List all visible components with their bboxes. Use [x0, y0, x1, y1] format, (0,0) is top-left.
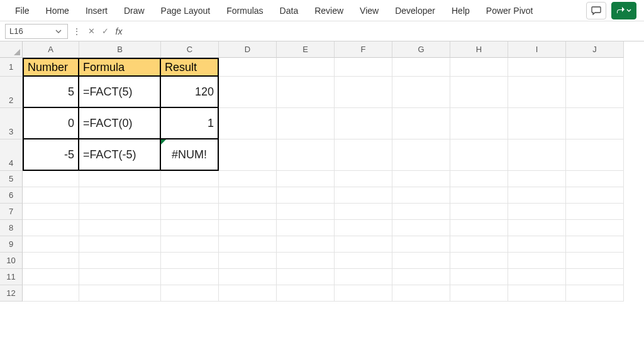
- cell-E11[interactable]: [277, 269, 335, 285]
- cell-H4[interactable]: [450, 139, 508, 171]
- cell-F4[interactable]: [335, 139, 392, 171]
- cell-C12[interactable]: [161, 285, 219, 302]
- cell-F3[interactable]: [335, 108, 392, 139]
- cell-E2[interactable]: [277, 77, 335, 108]
- cell-H1[interactable]: [450, 58, 508, 77]
- cell-H2[interactable]: [450, 77, 508, 108]
- cell-A4[interactable]: -5: [23, 139, 79, 171]
- cell-J4[interactable]: [566, 139, 624, 171]
- cell-D9[interactable]: [219, 236, 277, 253]
- cell-D7[interactable]: [219, 204, 277, 220]
- cell-F6[interactable]: [335, 187, 392, 204]
- cell-G12[interactable]: [392, 285, 450, 302]
- cell-D10[interactable]: [219, 253, 277, 269]
- cell-H10[interactable]: [450, 253, 508, 269]
- cell-J2[interactable]: [566, 77, 624, 108]
- col-header-D[interactable]: D: [219, 41, 277, 58]
- cell-H7[interactable]: [450, 204, 508, 220]
- cell-F11[interactable]: [335, 269, 392, 285]
- cell-F2[interactable]: [335, 77, 392, 108]
- cell-J1[interactable]: [566, 58, 624, 77]
- tab-data[interactable]: Data: [272, 3, 306, 18]
- row-header-7[interactable]: 7: [0, 204, 23, 220]
- cell-C8[interactable]: [161, 220, 219, 236]
- cell-A5[interactable]: [23, 171, 79, 187]
- tab-page-layout[interactable]: Page Layout: [153, 3, 218, 18]
- cell-C11[interactable]: [161, 269, 219, 285]
- cell-E7[interactable]: [277, 204, 335, 220]
- row-header-10[interactable]: 10: [0, 253, 23, 269]
- row-header-1[interactable]: 1: [0, 58, 23, 77]
- cell-J3[interactable]: [566, 108, 624, 139]
- tab-developer[interactable]: Developer: [387, 3, 443, 18]
- cell-J8[interactable]: [566, 220, 624, 236]
- cell-G4[interactable]: [392, 139, 450, 171]
- cell-G7[interactable]: [392, 204, 450, 220]
- cell-E1[interactable]: [277, 58, 335, 77]
- row-header-12[interactable]: 12: [0, 285, 23, 302]
- cell-D4[interactable]: [219, 139, 277, 171]
- cell-B1[interactable]: Formula: [79, 58, 161, 77]
- cell-F5[interactable]: [335, 171, 392, 187]
- row-header-4[interactable]: 4: [0, 139, 23, 171]
- cell-J11[interactable]: [566, 269, 624, 285]
- cell-E12[interactable]: [277, 285, 335, 302]
- row-header-9[interactable]: 9: [0, 236, 23, 253]
- col-header-B[interactable]: B: [79, 41, 161, 58]
- tab-review[interactable]: Review: [307, 3, 351, 18]
- cell-J6[interactable]: [566, 187, 624, 204]
- cell-E5[interactable]: [277, 171, 335, 187]
- cell-B8[interactable]: [79, 220, 161, 236]
- cell-G8[interactable]: [392, 220, 450, 236]
- cell-C6[interactable]: [161, 187, 219, 204]
- cell-F8[interactable]: [335, 220, 392, 236]
- comments-button[interactable]: [586, 2, 606, 19]
- col-header-H[interactable]: H: [450, 41, 508, 58]
- tab-power-pivot[interactable]: Power Pivot: [479, 3, 541, 18]
- cell-G5[interactable]: [392, 171, 450, 187]
- cell-F9[interactable]: [335, 236, 392, 253]
- cell-H9[interactable]: [450, 236, 508, 253]
- cell-I2[interactable]: [508, 77, 566, 108]
- select-all-corner[interactable]: [0, 41, 23, 58]
- cell-C10[interactable]: [161, 253, 219, 269]
- row-header-6[interactable]: 6: [0, 187, 23, 204]
- cell-C2[interactable]: 120: [161, 77, 219, 108]
- tab-home[interactable]: Home: [38, 3, 77, 18]
- cell-J10[interactable]: [566, 253, 624, 269]
- cell-H6[interactable]: [450, 187, 508, 204]
- cell-D3[interactable]: [219, 108, 277, 139]
- cell-G6[interactable]: [392, 187, 450, 204]
- cell-D1[interactable]: [219, 58, 277, 77]
- cell-H12[interactable]: [450, 285, 508, 302]
- col-header-F[interactable]: F: [335, 41, 392, 58]
- row-header-2[interactable]: 2: [0, 77, 23, 108]
- cell-A10[interactable]: [23, 253, 79, 269]
- cell-D6[interactable]: [219, 187, 277, 204]
- cell-I6[interactable]: [508, 187, 566, 204]
- cell-D2[interactable]: [219, 77, 277, 108]
- cell-I11[interactable]: [508, 269, 566, 285]
- cell-D12[interactable]: [219, 285, 277, 302]
- tab-formulas[interactable]: Formulas: [219, 3, 270, 18]
- cell-E6[interactable]: [277, 187, 335, 204]
- cell-H3[interactable]: [450, 108, 508, 139]
- tab-draw[interactable]: Draw: [116, 3, 152, 18]
- cell-B11[interactable]: [79, 269, 161, 285]
- name-box[interactable]: L16: [5, 24, 68, 39]
- cell-J12[interactable]: [566, 285, 624, 302]
- cell-J7[interactable]: [566, 204, 624, 220]
- cell-B10[interactable]: [79, 253, 161, 269]
- row-header-11[interactable]: 11: [0, 269, 23, 285]
- cell-E4[interactable]: [277, 139, 335, 171]
- col-header-G[interactable]: G: [392, 41, 450, 58]
- cell-A7[interactable]: [23, 204, 79, 220]
- cell-B4[interactable]: =FACT(-5): [79, 139, 161, 171]
- tab-help[interactable]: Help: [444, 3, 477, 18]
- enter-icon[interactable]: ✓: [99, 26, 111, 37]
- cell-I9[interactable]: [508, 236, 566, 253]
- cell-B3[interactable]: =FACT(0): [79, 108, 161, 139]
- cell-B9[interactable]: [79, 236, 161, 253]
- cell-B6[interactable]: [79, 187, 161, 204]
- cell-A6[interactable]: [23, 187, 79, 204]
